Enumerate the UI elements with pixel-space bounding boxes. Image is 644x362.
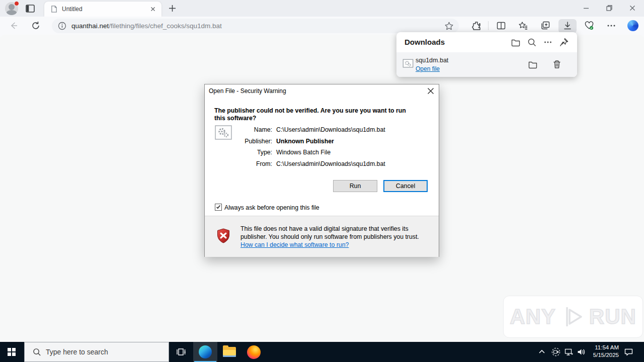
downloads-more-options-icon[interactable] (543, 37, 553, 47)
search-icon (33, 348, 41, 356)
settings-more-icon[interactable] (606, 21, 616, 31)
profile-notification-badge (14, 1, 19, 6)
open-file-link[interactable]: Open file (416, 65, 440, 72)
anyrun-play-logo-icon (559, 303, 586, 330)
tab-close-icon[interactable] (149, 6, 156, 13)
warning-text: This file does not have a valid digital … (240, 225, 420, 241)
window-close-button[interactable] (628, 4, 636, 12)
start-logo-icon (12, 348, 16, 351)
warning-help-link[interactable]: How can I decide what software to run? (240, 241, 349, 248)
tray-network-icon[interactable] (565, 347, 574, 356)
refresh-button[interactable] (31, 21, 40, 30)
dialog-close-icon[interactable] (427, 87, 435, 95)
task-view-button[interactable] (169, 342, 193, 362)
field-row-name: Name: C:\Users\admin\Downloads\squ1dm.ba… (205, 126, 416, 137)
field-value: Unknown Publisher (276, 138, 334, 145)
download-filename: squ1dm.bat (416, 57, 448, 64)
pin-downloads-icon[interactable] (559, 37, 569, 47)
url-domain: quanthai.net (71, 22, 109, 30)
copilot-icon[interactable] (627, 20, 638, 31)
browser-titlebar: Untitled (0, 0, 644, 17)
field-value: C:\Users\admin\Downloads\squ1dm.bat (276, 160, 385, 167)
always-ask-label: Always ask before opening this file (224, 204, 319, 211)
field-label: From: (205, 160, 272, 167)
field-value: C:\Users\admin\Downloads\squ1dm.bat (276, 126, 385, 133)
tray-chevron-up-icon[interactable] (538, 349, 547, 358)
taskbar-file-explorer-button[interactable] (217, 342, 242, 362)
taskbar-clock[interactable]: 11:54 AM 5/15/2025 (588, 344, 619, 359)
firefox-logo-icon (247, 345, 261, 359)
tab-favicon-icon (50, 5, 58, 13)
taskbar-search-box[interactable] (24, 342, 169, 362)
avatar-head-icon (9, 4, 15, 10)
dialog-warning-strip: This file does not have a valid digital … (205, 216, 439, 257)
downloads-panel-title: Downloads (405, 38, 445, 46)
avatar-body-icon (6, 10, 17, 15)
show-in-folder-icon[interactable] (528, 59, 538, 69)
edge-logo-icon (199, 345, 212, 358)
open-downloads-folder-icon[interactable] (511, 37, 521, 47)
downloads-icon[interactable] (562, 21, 573, 31)
start-button[interactable] (0, 342, 24, 362)
split-screen-icon[interactable] (496, 21, 506, 31)
url-path: /filething/files/chef_cooks/squ1dm.bat (109, 22, 221, 30)
field-label: Publisher: (205, 138, 272, 145)
dialog-title: Open File - Security Warning (209, 87, 286, 95)
field-label: Type: (205, 149, 272, 156)
url-text: quanthai.net/filething/files/chef_cooks/… (71, 22, 444, 30)
address-bar[interactable]: quanthai.net/filething/files/chef_cooks/… (52, 19, 459, 33)
window-restore-button[interactable] (605, 4, 613, 12)
dialog-header-text: The publisher could not be verified. Are… (214, 107, 413, 122)
clock-date: 5/15/2025 (588, 351, 619, 359)
field-value: Windows Batch File (276, 149, 331, 156)
start-logo-icon (12, 352, 16, 356)
cancel-button[interactable]: Cancel (383, 180, 428, 192)
taskbar: 11:54 AM 5/15/2025 (0, 342, 644, 362)
download-item-row[interactable]: squ1dm.bat Open file (396, 52, 577, 77)
site-info-icon[interactable] (58, 22, 66, 30)
anyrun-watermark: ANY RUN (503, 296, 643, 338)
browser-tab[interactable]: Untitled (44, 2, 162, 17)
browser-essentials-icon[interactable] (584, 21, 594, 31)
run-button[interactable]: Run (333, 180, 377, 192)
warning-shield-icon (217, 228, 230, 243)
new-tab-button[interactable] (168, 4, 177, 13)
watermark-text-any: ANY (510, 305, 556, 329)
file-explorer-icon (223, 347, 236, 357)
extensions-icon[interactable] (471, 21, 481, 31)
field-label: Name: (205, 126, 272, 133)
checkmark-icon (216, 205, 220, 209)
batch-file-icon (403, 58, 414, 68)
security-warning-dialog: Open File - Security Warning The publish… (204, 84, 439, 257)
workspaces-icon[interactable] (25, 4, 35, 14)
taskbar-firefox-button[interactable] (242, 342, 266, 362)
window-minimize-button[interactable] (582, 4, 590, 12)
tray-volume-icon[interactable] (577, 347, 586, 356)
field-row-type: Type: Windows Batch File (205, 149, 416, 160)
start-logo-icon (8, 348, 11, 351)
collections-icon[interactable] (540, 21, 550, 31)
tab-title: Untitled (62, 6, 149, 13)
search-input[interactable] (46, 348, 156, 356)
action-center-icon[interactable] (624, 347, 633, 356)
dialog-titlebar[interactable]: Open File - Security Warning (205, 84, 439, 98)
toolbar-divider (488, 21, 489, 30)
field-row-publisher: Publisher: Unknown Publisher (205, 138, 416, 149)
clock-time: 11:54 AM (588, 344, 619, 351)
field-row-from: From: C:\Users\admin\Downloads\squ1dm.ba… (205, 160, 416, 171)
start-logo-icon (8, 352, 11, 356)
favorite-star-icon[interactable] (444, 21, 454, 31)
search-downloads-icon[interactable] (527, 37, 537, 47)
downloads-panel: Downloads squ1dm.bat Open file (396, 32, 577, 77)
always-ask-checkbox[interactable] (215, 204, 222, 211)
watermark-text-run: RUN (589, 305, 636, 329)
taskbar-edge-button[interactable] (193, 342, 217, 362)
tray-meet-now-icon[interactable] (551, 347, 560, 356)
delete-download-icon[interactable] (552, 59, 562, 69)
favorites-icon[interactable] (518, 21, 528, 31)
back-button[interactable] (9, 21, 18, 30)
